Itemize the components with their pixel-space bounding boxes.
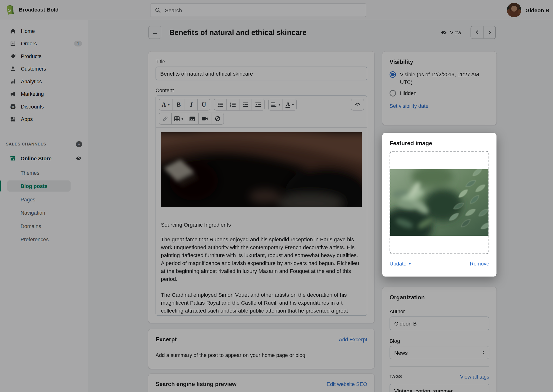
alignment-button[interactable]: ▾ [268,99,283,111]
insert-video-button[interactable] [199,113,211,125]
table-button[interactable]: ▾ [171,113,186,125]
previous-post-button[interactable] [471,26,483,39]
tags-input[interactable] [390,384,489,392]
megaphone-icon [9,90,17,98]
clear-formatting-button[interactable] [211,113,224,125]
sidebar-item-customers[interactable]: Customers [0,63,88,75]
rich-text-editor: A ▾ B I U [156,96,367,316]
sidebar-item-orders[interactable]: Orders 1 [0,37,88,50]
radio-selected-icon[interactable] [390,71,396,78]
chevron-down-icon: ▾ [168,103,170,107]
orders-icon [9,40,17,47]
svg-text:%: % [12,105,14,108]
sidebar-item-online-store[interactable]: Online Store [0,152,88,165]
content-label: Content [156,88,367,93]
author-input[interactable] [390,317,489,330]
excerpt-card: Excerpt Add Excerpt Add a summary of the… [148,329,374,369]
shopify-logo-icon: S [4,4,15,16]
seo-heading: Search engine listing preview [156,381,236,387]
page-header: ← Benefits of natural and ethical skinca… [148,26,496,39]
update-image-button[interactable]: Update ▾ [390,261,411,266]
radio-unselected-icon[interactable] [390,90,396,97]
sidebar-item-home[interactable]: Home [0,24,88,37]
sidebar-item-blog-posts[interactable]: Blog posts [0,179,88,193]
sidebar-item-domains[interactable]: Domains [0,219,88,233]
visible-radio-option[interactable]: Visible (as of 12/2/2019, 11:27 AM UTC) [390,71,489,86]
text-color-button[interactable]: A ▾ [283,99,297,111]
sidebar-item-marketing[interactable]: Marketing [0,88,88,100]
visibility-heading: Visibility [390,59,489,65]
chevron-down-icon: ▾ [292,103,294,107]
topbar: S Broadcast Bold Gideon B [0,0,553,20]
sidebar: Home Orders 1 Pr [0,20,88,392]
eye-icon [440,29,447,36]
bar-chart-icon [9,77,17,85]
storefront-icon [9,155,16,162]
blog-select[interactable]: News ▲ ▼ [390,346,489,359]
sidebar-item-themes[interactable]: Themes [0,166,88,180]
select-stepper-icon: ▲ ▼ [482,350,484,355]
tag-icon [9,52,17,60]
bold-button[interactable]: B [172,99,185,111]
avatar [507,3,521,17]
sidebar-item-preferences[interactable]: Preferences [0,233,88,246]
main-content: ← Benefits of natural and ethical skinca… [88,20,553,392]
view-all-tags-link[interactable]: View all tags [460,374,489,379]
organization-heading: Organization [390,294,489,301]
search-icon [155,7,161,13]
visibility-card: Visibility Visible (as of 12/2/2019, 11:… [382,52,497,125]
sidebar-item-pages[interactable]: Pages [0,193,88,206]
featured-image-heading: Featured image [390,140,489,147]
post-title-input[interactable] [156,67,367,80]
store-logo-block[interactable]: S Broadcast Bold [4,4,59,16]
sidebar-item-apps[interactable]: Apps [0,113,88,126]
next-post-button[interactable] [483,26,495,39]
underline-button[interactable]: U [197,99,210,111]
sidebar-item-analytics[interactable]: Analytics [0,75,88,88]
hidden-radio-option[interactable]: Hidden [390,90,489,98]
sales-channels-header: SALES CHANNELS [6,142,46,146]
bulleted-list-button[interactable] [214,99,227,111]
eye-icon[interactable] [75,155,82,162]
add-excerpt-link[interactable]: Add Excerpt [339,337,367,343]
body-paragraph: The Cardinal employed Simon Vouet and ot… [161,291,362,315]
link-button[interactable] [159,113,172,125]
view-button[interactable]: View [440,29,461,36]
featured-image-dropzone[interactable] [390,151,489,254]
remove-image-link[interactable]: Remove [470,261,489,266]
sidebar-item-products[interactable]: Products [0,50,88,63]
post-body-image[interactable] [161,132,362,207]
tags-label: TAGS [390,374,402,379]
html-code-button[interactable]: <> [351,99,364,111]
outdent-button[interactable] [239,99,252,111]
featured-image-photo [390,169,489,236]
home-icon [9,27,17,34]
back-button[interactable]: ← [148,26,161,39]
page-title: Benefits of natural and ethical skincare [169,28,440,37]
store-name: Broadcast Bold [19,7,59,13]
text-style-button[interactable]: A ▾ [159,99,173,111]
svg-text:S: S [8,8,11,13]
add-sales-channel-button[interactable]: + [76,141,82,147]
body-heading: Sourcing Organic Ingredients [161,222,362,228]
insert-image-button[interactable] [186,113,199,125]
apps-grid-icon [9,115,17,123]
excerpt-description: Add a summary of the post to appear on y… [156,352,367,358]
body-paragraph: The great fame that Rubens enjoyed and h… [161,236,362,283]
italic-button[interactable]: I [185,99,198,111]
search-input[interactable] [164,7,361,14]
set-visibility-date-link[interactable]: Set visibility date [390,103,429,109]
edit-website-seo-link[interactable]: Edit website SEO [327,381,367,387]
indent-button[interactable] [252,99,265,111]
chevron-down-icon: ▾ [278,103,280,107]
organization-card: Organization Author Blog News ▲ ▼ [382,287,497,392]
sidebar-item-navigation[interactable]: Navigation [0,206,88,219]
editor-content-area[interactable]: Sourcing Organic Ingredients The great f… [156,128,367,316]
numbered-list-button[interactable] [227,99,240,111]
user-menu[interactable]: Gideon B [507,3,549,17]
title-label: Title [156,59,367,65]
screen: S Broadcast Bold Gideon B [0,0,553,392]
global-search[interactable] [150,3,366,17]
active-indicator-bar [0,181,1,192]
sidebar-item-discounts[interactable]: % Discounts [0,100,88,113]
